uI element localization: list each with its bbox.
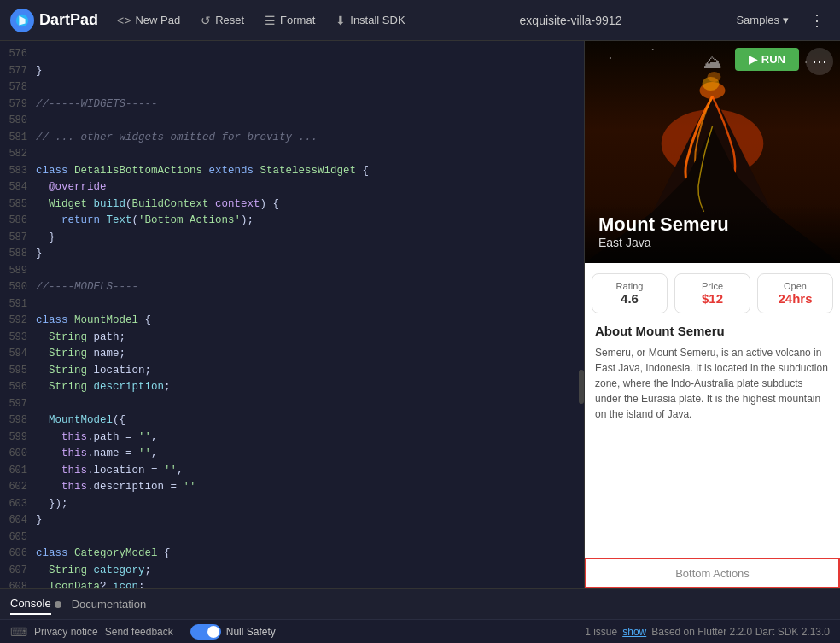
console-tab[interactable]: Console (10, 593, 51, 615)
status-left: ⌨ Privacy notice Send feedback Null Safe… (10, 624, 286, 640)
code-line: 602 this.description = '' (0, 479, 584, 496)
code-icon: <> (117, 14, 131, 27)
samples-button[interactable]: Samples ▾ (727, 9, 797, 31)
project-name: exquisite-villa-9912 (520, 14, 622, 27)
status-bar: ⌨ Privacy notice Send feedback Null Safe… (0, 619, 840, 643)
price-value: $12 (680, 291, 744, 306)
format-icon: ☰ (265, 14, 276, 27)
bottom-bar: Console Documentation (0, 588, 840, 619)
code-line: 604 } (0, 512, 584, 529)
code-editor[interactable]: 576 577 } 578 579 //-----WIDGETS----- 58… (0, 41, 584, 588)
reset-icon: ↺ (201, 14, 211, 27)
svg-point-2 (610, 57, 611, 59)
code-line: 589 (0, 263, 584, 280)
status-right: 1 issue show Based on Flutter 2.2.0 Dart… (585, 626, 830, 638)
code-line: 590 //----MODELS---- (0, 279, 584, 296)
code-line: 592 class MountModel { (0, 313, 584, 330)
reset-button[interactable]: ↺ Reset (192, 9, 253, 32)
code-line: 607 String category; (0, 563, 584, 580)
code-line: 576 (0, 46, 584, 63)
toolbar: DartPad <> New Pad ↺ Reset ☰ Format ⬇ In… (0, 0, 840, 41)
install-sdk-button[interactable]: ⬇ Install SDK (327, 9, 413, 32)
code-line: 599 this.path = '', (0, 430, 584, 447)
code-line: 594 String name; (0, 346, 584, 363)
documentation-tab[interactable]: Documentation (72, 594, 146, 614)
open-label: Open (763, 281, 827, 291)
null-safety-toggle: Null Safety (190, 624, 276, 640)
code-line: 593 String path; (0, 330, 584, 347)
about-section: About Mount Semeru Semeru, or Mount Seme… (585, 324, 840, 558)
stats-row: Rating 4.6 Price $12 Open 24hrs (585, 263, 840, 324)
preview-panel: ▶ RUN ⋯ (584, 41, 840, 588)
open-card: Open 24hrs (757, 273, 833, 313)
logo: DartPad (10, 9, 98, 32)
code-line: 606 class CategoryModel { (0, 546, 584, 563)
code-line: 580 (0, 113, 584, 130)
preview-more-button[interactable]: ⋯ (806, 48, 833, 75)
code-line: 588 } (0, 246, 584, 263)
code-line: 596 String description; (0, 379, 584, 396)
code-line: 605 (0, 529, 584, 547)
chevron-down-icon: ▾ (783, 14, 789, 26)
code-line: 579 //-----WIDGETS----- (0, 96, 584, 114)
rating-value: 4.6 (598, 291, 662, 306)
send-feedback[interactable]: Send feedback (105, 626, 173, 638)
code-line: 601 this.location = '', (0, 463, 584, 480)
bottom-actions-bar: Bottom Actions (585, 558, 840, 588)
scrollbar[interactable] (577, 41, 584, 588)
issue-show-link[interactable]: show (622, 626, 646, 638)
mount-location: East Java (598, 236, 826, 249)
code-line: 583 class DetailsBottomActions extends S… (0, 163, 584, 180)
code-line: 586 return Text('Bottom Actions'); (0, 213, 584, 230)
code-line: 603 }); (0, 496, 584, 513)
about-title: About Mount Semeru (595, 324, 830, 338)
code-area[interactable]: 576 577 } 578 579 //-----WIDGETS----- 58… (0, 41, 584, 588)
mount-name: Mount Semeru (598, 213, 826, 236)
price-label: Price (680, 281, 744, 291)
dartpad-logo-icon (10, 9, 34, 32)
code-line: 582 (0, 146, 584, 163)
bottom-tabs: Console Documentation (10, 589, 146, 619)
mount-overlay: Mount Semeru East Java (585, 203, 840, 263)
code-line: 600 this.name = '', (0, 446, 584, 463)
code-line: 584 @override (0, 179, 584, 196)
download-icon: ⬇ (335, 14, 346, 27)
code-line: 587 } (0, 230, 584, 247)
svg-point-3 (652, 49, 654, 50)
mount-image: ⛰ Mount Semeru East Java (585, 41, 840, 263)
code-line: 577 } (0, 63, 584, 80)
open-value: 24hrs (763, 291, 827, 306)
keyboard-icon: ⌨ (10, 625, 27, 639)
project-name-area: exquisite-villa-9912 (417, 14, 725, 27)
rating-card: Rating 4.6 (592, 273, 668, 313)
about-text: Semeru, or Mount Semeru, is an active vo… (595, 345, 830, 422)
flutter-version: Based on Flutter 2.2.0 Dart SDK 2.13.0 (651, 626, 830, 638)
toolbar-right: Samples ▾ ⋮ (727, 8, 830, 33)
null-safety-label: Null Safety (226, 626, 276, 638)
mountain-icon: ⛰ (703, 51, 722, 73)
code-line: 578 (0, 79, 584, 96)
code-line: 585 Widget build(BuildContext context) { (0, 196, 584, 213)
play-icon: ▶ (749, 53, 757, 66)
bottom-actions-label: Bottom Actions (675, 567, 750, 580)
null-safety-switch[interactable] (190, 624, 221, 640)
more-options-button[interactable]: ⋮ (804, 8, 830, 33)
main-content: 576 577 } 578 579 //-----WIDGETS----- 58… (0, 41, 840, 588)
price-card: Price $12 (674, 273, 750, 313)
run-button[interactable]: ▶ RUN (735, 48, 799, 71)
new-pad-button[interactable]: <> New Pad (108, 9, 189, 32)
code-line: 597 (0, 396, 584, 413)
code-line: 608 IconData? icon; (0, 579, 584, 588)
format-button[interactable]: ☰ Format (256, 9, 324, 32)
code-line: 598 MountModel({ (0, 412, 584, 430)
code-line: 595 String location; (0, 363, 584, 380)
logo-text: DartPad (39, 11, 98, 29)
privacy-notice[interactable]: Privacy notice (34, 626, 98, 638)
issue-count: 1 issue (585, 626, 617, 638)
code-line: 581 // ... other widgets omitted for bre… (0, 130, 584, 147)
code-line: 591 (0, 296, 584, 313)
rating-label: Rating (598, 281, 662, 291)
console-dot (55, 601, 61, 608)
